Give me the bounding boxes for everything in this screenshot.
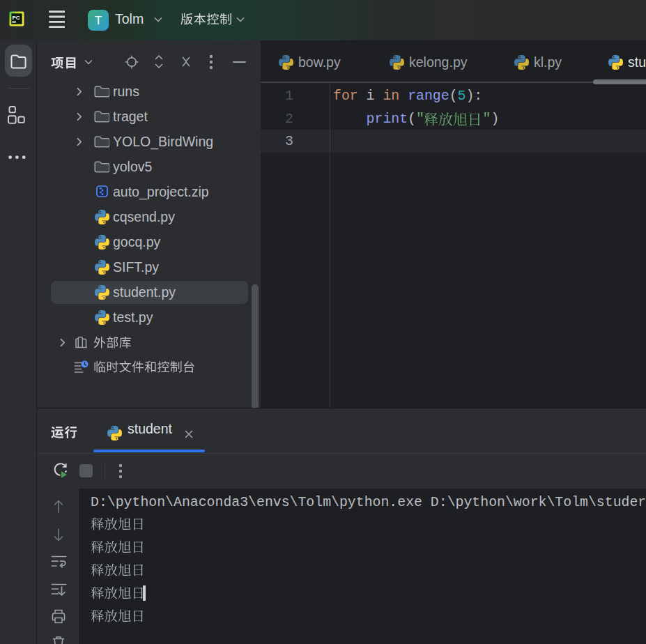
svg-text:T: T: [95, 13, 102, 27]
svg-text:PC: PC: [12, 15, 20, 21]
